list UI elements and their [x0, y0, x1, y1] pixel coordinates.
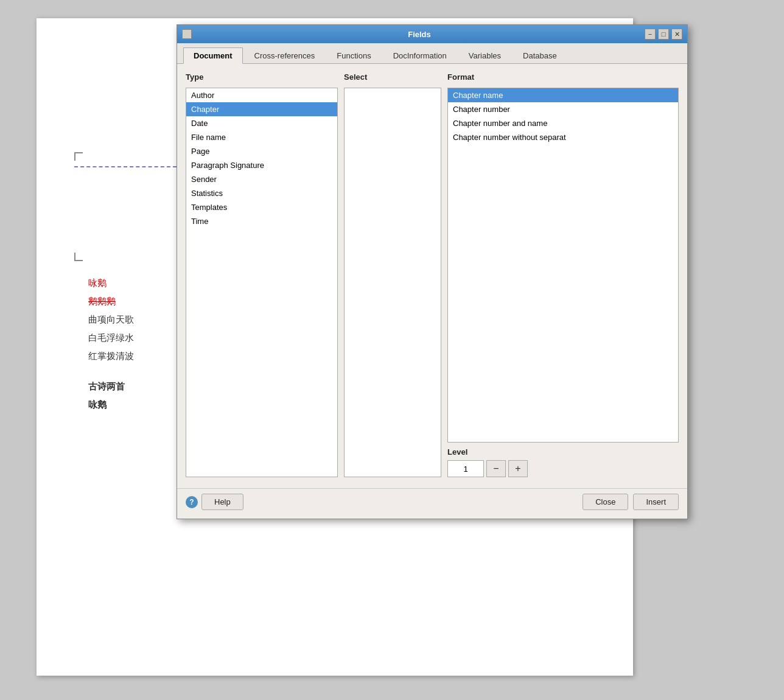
level-label: Level — [447, 447, 679, 457]
document-content: 咏鹅 鹅鹅鹅 曲项向天歌 白毛浮绿水 红掌拨清波 古诗两首 咏鹅 — [88, 274, 134, 414]
format-section: Chapter name Chapter number Chapter numb… — [447, 88, 679, 477]
type-listbox[interactable]: Author Chapter Date File name Page Parag… — [186, 88, 338, 477]
minimize-button[interactable]: − — [645, 29, 656, 40]
type-header: Type — [186, 72, 338, 82]
doc-line-5: 红掌拨清波 — [88, 347, 134, 365]
format-listbox[interactable]: Chapter name Chapter number Chapter numb… — [447, 88, 679, 443]
footer-left: ? Help — [186, 494, 243, 510]
select-header: Select — [344, 72, 441, 82]
type-item-date[interactable]: Date — [186, 116, 337, 130]
tab-document[interactable]: Document — [183, 47, 243, 64]
level-decrement-button[interactable]: − — [486, 460, 506, 477]
window-controls: − □ ✕ — [645, 29, 682, 40]
doc-line-6: 古诗两首 — [88, 377, 134, 396]
dialog-body: Type Select Format Author Chapter Date F… — [177, 64, 687, 486]
type-item-filename[interactable]: File name — [186, 130, 337, 144]
maximize-button[interactable]: □ — [658, 29, 669, 40]
level-controls: − + — [447, 460, 679, 477]
close-button[interactable]: Close — [583, 494, 628, 510]
tab-functions[interactable]: Functions — [326, 47, 381, 64]
format-item-chapter-number-without-separat[interactable]: Chapter number without separat — [448, 130, 678, 144]
tab-database[interactable]: Database — [513, 47, 567, 64]
insert-button[interactable]: Insert — [633, 494, 679, 510]
tab-bar: Document Cross-references Functions DocI… — [177, 43, 687, 64]
columns-header: Type Select Format — [186, 72, 679, 82]
tab-cross-references[interactable]: Cross-references — [244, 47, 326, 64]
level-section: Level − + — [447, 447, 679, 477]
type-item-time[interactable]: Time — [186, 214, 337, 228]
titlebar: Fields − □ ✕ — [177, 25, 687, 43]
doc-line-2: 鹅鹅鹅 — [88, 292, 134, 310]
type-item-paragraph-signature[interactable]: Paragraph Signature — [186, 158, 337, 172]
close-button[interactable]: ✕ — [671, 29, 682, 40]
doc-line-3: 曲项向天歌 — [88, 310, 134, 329]
dialog-title: Fields — [194, 30, 645, 39]
type-item-templates[interactable]: Templates — [186, 200, 337, 214]
fields-dialog: Fields − □ ✕ Document Cross-references F… — [177, 24, 688, 519]
tab-variables[interactable]: Variables — [458, 47, 511, 64]
columns-content: Author Chapter Date File name Page Parag… — [186, 88, 679, 477]
doc-line-1: 咏鹅 — [88, 274, 134, 292]
type-item-sender[interactable]: Sender — [186, 172, 337, 186]
type-item-chapter[interactable]: Chapter — [186, 102, 337, 116]
doc-line-4: 白毛浮绿水 — [88, 329, 134, 347]
gap-1 — [88, 365, 134, 377]
footer-right: Close Insert — [583, 494, 679, 510]
type-item-statistics[interactable]: Statistics — [186, 186, 337, 200]
help-button[interactable]: Help — [201, 494, 243, 510]
type-item-page[interactable]: Page — [186, 144, 337, 158]
format-header: Format — [447, 72, 679, 82]
format-item-chapter-number-and-name[interactable]: Chapter number and name — [448, 116, 678, 130]
corner-marker-tl — [74, 152, 83, 161]
level-input[interactable] — [447, 460, 484, 477]
tab-docinformation[interactable]: DocInformation — [383, 47, 457, 64]
help-icon[interactable]: ? — [186, 496, 198, 508]
type-item-author[interactable]: Author — [186, 88, 337, 102]
level-increment-button[interactable]: + — [508, 460, 528, 477]
format-item-chapter-number[interactable]: Chapter number — [448, 102, 678, 116]
window-icon — [182, 29, 192, 39]
dialog-footer: ? Help Close Insert — [177, 488, 687, 519]
doc-line-7: 咏鹅 — [88, 396, 134, 414]
corner-marker-bl — [74, 253, 83, 261]
select-listbox[interactable] — [344, 88, 441, 477]
format-item-chapter-name[interactable]: Chapter name — [448, 88, 678, 102]
